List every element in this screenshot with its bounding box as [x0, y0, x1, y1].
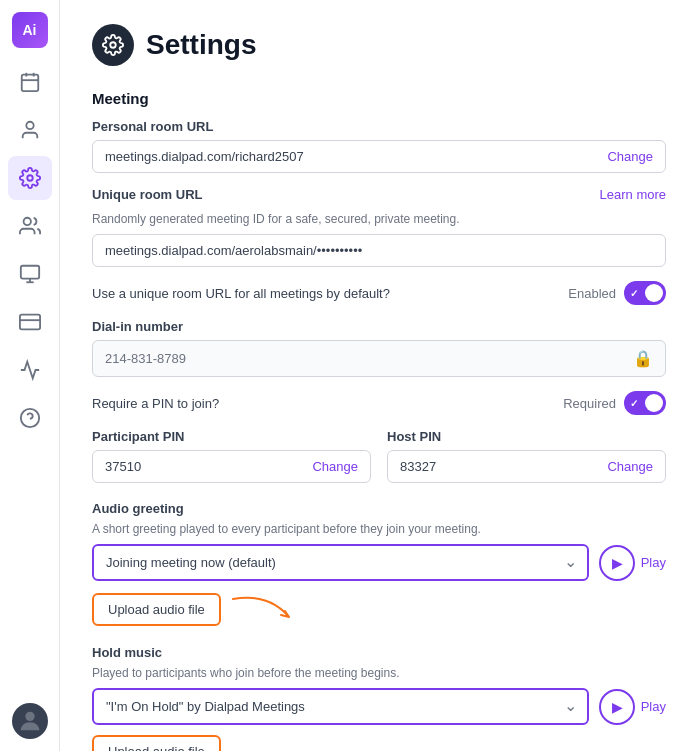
- svg-point-14: [25, 712, 34, 721]
- hold-music-section: Hold music Played to participants who jo…: [92, 645, 666, 751]
- hold-music-upload-row: Upload audio file: [92, 735, 666, 751]
- hold-music-select[interactable]: "I'm On Hold" by Dialpad Meetings: [92, 688, 589, 725]
- audio-greeting-play-btn[interactable]: ▶: [599, 545, 635, 581]
- unique-room-url-header: Unique room URL Learn more: [92, 187, 666, 208]
- participant-pin-label: Participant PIN: [92, 429, 371, 444]
- arrow-annotation-icon: [229, 591, 309, 627]
- participant-pin-field: Participant PIN Change: [92, 429, 371, 483]
- app-logo[interactable]: Ai: [12, 12, 48, 48]
- svg-point-4: [26, 122, 33, 129]
- require-pin-status: Required: [563, 396, 616, 411]
- sidebar-item-calendar[interactable]: [8, 60, 52, 104]
- play-icon: ▶: [612, 555, 623, 571]
- sidebar: Ai: [0, 0, 60, 751]
- main-content: Settings Meeting Personal room URL Chang…: [60, 0, 698, 751]
- audio-greeting-label: Audio greeting: [92, 501, 666, 516]
- personal-room-url-input[interactable]: [105, 149, 607, 164]
- require-pin-label: Require a PIN to join?: [92, 396, 219, 411]
- personal-room-url-field: Change: [92, 140, 666, 173]
- participant-pin-wrap: Change: [92, 450, 371, 483]
- svg-rect-7: [20, 266, 38, 279]
- host-pin-change-btn[interactable]: Change: [607, 459, 653, 474]
- svg-rect-0: [21, 75, 38, 92]
- unique-room-url-masked: meetings.dialpad.com/aerolabsmain/••••••…: [92, 234, 666, 267]
- host-pin-label: Host PIN: [387, 429, 666, 444]
- audio-greeting-select-row: Joining meeting now (default) ▶ Play: [92, 544, 666, 581]
- use-unique-url-row: Use a unique room URL for all meetings b…: [92, 281, 666, 305]
- require-pin-toggle-right: Required ✓: [563, 391, 666, 415]
- hold-music-play-btn[interactable]: ▶: [599, 689, 635, 725]
- svg-point-5: [27, 175, 33, 181]
- section-meeting-title: Meeting: [92, 90, 666, 107]
- lock-icon: 🔒: [633, 349, 653, 368]
- require-pin-row: Require a PIN to join? Required ✓: [92, 391, 666, 415]
- sidebar-item-analytics[interactable]: [8, 348, 52, 392]
- audio-greeting-play-label: Play: [641, 555, 666, 570]
- use-unique-url-toggle-right: Enabled ✓: [568, 281, 666, 305]
- user-avatar[interactable]: [12, 703, 48, 739]
- audio-greeting-select-wrap: Joining meeting now (default): [92, 544, 589, 581]
- participant-pin-change-btn[interactable]: Change: [312, 459, 358, 474]
- audio-greeting-sublabel: A short greeting played to every partici…: [92, 522, 666, 536]
- pin-row: Participant PIN Change Host PIN Change: [92, 429, 666, 483]
- audio-greeting-select[interactable]: Joining meeting now (default): [92, 544, 589, 581]
- hold-music-select-wrap: "I'm On Hold" by Dialpad Meetings: [92, 688, 589, 725]
- dial-in-field: 🔒: [92, 340, 666, 377]
- svg-point-15: [110, 42, 116, 48]
- hold-music-upload-btn[interactable]: Upload audio file: [92, 735, 221, 751]
- hold-music-label: Hold music: [92, 645, 666, 660]
- use-unique-url-toggle[interactable]: ✓: [624, 281, 666, 305]
- sidebar-item-billing[interactable]: [8, 300, 52, 344]
- participant-pin-input[interactable]: [105, 459, 312, 474]
- svg-point-6: [23, 218, 30, 225]
- audio-greeting-upload-btn[interactable]: Upload audio file: [92, 593, 221, 626]
- dial-in-label: Dial-in number: [92, 319, 666, 334]
- unique-room-url-sublabel: Randomly generated meeting ID for a safe…: [92, 212, 666, 226]
- host-pin-wrap: Change: [387, 450, 666, 483]
- use-unique-url-status: Enabled: [568, 286, 616, 301]
- upload-annotation-row: Upload audio file: [92, 591, 666, 627]
- play-icon: ▶: [612, 699, 623, 715]
- require-pin-toggle[interactable]: ✓: [624, 391, 666, 415]
- audio-greeting-section: Audio greeting A short greeting played t…: [92, 501, 666, 627]
- hold-music-select-row: "I'm On Hold" by Dialpad Meetings ▶ Play: [92, 688, 666, 725]
- use-unique-url-label: Use a unique room URL for all meetings b…: [92, 286, 390, 301]
- hold-music-sublabel: Played to participants who join before t…: [92, 666, 666, 680]
- page-header: Settings: [92, 24, 666, 66]
- sidebar-item-help[interactable]: [8, 396, 52, 440]
- sidebar-item-contacts[interactable]: [8, 108, 52, 152]
- sidebar-item-display[interactable]: [8, 252, 52, 296]
- hold-music-play-row: ▶ Play: [599, 689, 666, 725]
- audio-greeting-play-row: ▶ Play: [599, 545, 666, 581]
- svg-rect-10: [19, 315, 39, 330]
- sidebar-item-settings[interactable]: [8, 156, 52, 200]
- host-pin-field: Host PIN Change: [387, 429, 666, 483]
- hold-music-play-label: Play: [641, 699, 666, 714]
- host-pin-input[interactable]: [400, 459, 607, 474]
- personal-room-url-change-btn[interactable]: Change: [607, 149, 653, 164]
- unique-room-url-label: Unique room URL: [92, 187, 203, 202]
- page-title: Settings: [146, 29, 256, 61]
- dial-in-input: [105, 351, 633, 366]
- sidebar-item-team[interactable]: [8, 204, 52, 248]
- settings-header-icon: [92, 24, 134, 66]
- learn-more-link[interactable]: Learn more: [600, 187, 666, 202]
- personal-room-url-label: Personal room URL: [92, 119, 666, 134]
